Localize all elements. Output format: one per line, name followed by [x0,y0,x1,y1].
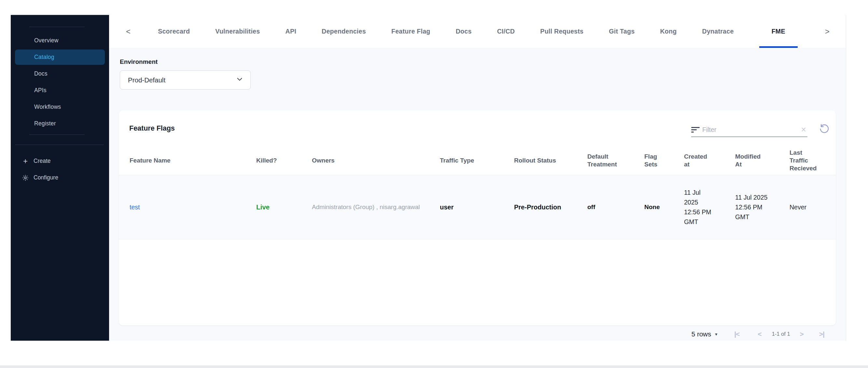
tab-vulnerabilities[interactable]: Vulnerabilities [215,15,260,48]
sidebar-divider-top [29,27,85,27]
rows-per-page-caret-icon[interactable]: ▾ [715,332,717,337]
cell-owners: Administrators (Group) , nisarg.agrawal [312,204,440,211]
bottom-scrollbar-track[interactable] [0,365,868,368]
filter-icon [691,127,702,132]
next-page-icon[interactable]: > [800,330,804,338]
tab-feature-flag[interactable]: Feature Flag [391,15,430,48]
tab-api[interactable]: API [285,15,296,48]
tab-kong[interactable]: Kong [660,15,677,48]
column-header-default-treatment[interactable]: Default Treatment [587,153,644,168]
pagination-bar: 5 rows ▾ |< < 1-1 of 1 > >| [109,327,846,341]
sidebar-create-button[interactable]: + Create [11,153,109,170]
feature-flags-card: Feature Flags × Featur [119,111,836,325]
content-area: < Scorecard Vulnerabilities API Dependen… [109,15,846,341]
sidebar-create-label: Create [34,158,51,164]
cell-last-traffic: Never [789,204,836,211]
sidebar: Overview Catalog Docs APIs Workflows Reg… [11,15,109,341]
cell-killed-status: Live [256,203,312,211]
cell-feature-name[interactable]: test [130,204,256,211]
filter-field: × [691,123,807,137]
tab-docs[interactable]: Docs [456,15,472,48]
tab-dependencies[interactable]: Dependencies [322,15,366,48]
environment-label: Environment [120,58,846,65]
column-header-rollout-status[interactable]: Rollout Status [514,157,587,164]
column-header-feature-name[interactable]: Feature Name [130,157,256,164]
column-header-modified-at[interactable]: Modified At [735,153,789,168]
gear-icon [22,174,29,181]
last-page-icon[interactable]: >| [819,330,825,338]
tab-pull-requests[interactable]: Pull Requests [540,15,584,48]
pagination-range: 1-1 of 1 [772,331,790,337]
cell-default-treatment: off [587,204,644,211]
sidebar-configure-button[interactable]: Configure [11,170,109,186]
environment-select[interactable]: Prod-Default [120,70,251,90]
table-header-row: Feature Name Killed? Owners Traffic Type… [119,146,836,175]
sidebar-item-docs[interactable]: Docs [11,65,109,82]
sidebar-section-divider [15,145,103,145]
tab-bar: < Scorecard Vulnerabilities API Dependen… [109,15,846,48]
tab-scorecard[interactable]: Scorecard [158,15,190,48]
chevron-right-icon[interactable]: > [823,28,832,35]
refresh-icon [819,124,830,135]
card-title: Feature Flags [129,124,175,132]
clear-filter-icon[interactable]: × [801,125,807,134]
tab-dynatrace[interactable]: Dynatrace [702,15,734,48]
cell-flag-sets: None [644,204,684,211]
tab-git-tags[interactable]: Git Tags [609,15,634,48]
sidebar-item-workflows[interactable]: Workflows [11,99,109,115]
cell-modified-at: 11 Jul 2025 12:56 PM GMT [735,192,789,222]
column-header-created-at[interactable]: Created at [684,153,735,168]
sidebar-item-overview[interactable]: Overview [11,32,109,49]
rows-per-page-value[interactable]: 5 rows [691,330,711,338]
tab-fme[interactable]: FME [759,15,798,48]
sidebar-divider-bottom [29,134,85,135]
main-panel: Environment Prod-Default Feature Flags × [109,48,846,341]
column-header-traffic-type[interactable]: Traffic Type [440,157,514,164]
first-page-icon[interactable]: |< [734,330,739,338]
cell-rollout-status: Pre-Production [514,204,587,211]
tab-cicd[interactable]: CI/CD [497,15,515,48]
sidebar-item-catalog[interactable]: Catalog [15,50,105,65]
table-row: test Live Administrators (Group) , nisar… [119,175,836,239]
cell-traffic-type: user [440,204,514,211]
sidebar-configure-label: Configure [34,174,58,181]
sidebar-top-spacer [11,15,109,27]
plus-icon: + [22,157,29,166]
cell-created-at: 11 Jul 2025 12:56 PM GMT [684,188,735,227]
sidebar-item-register[interactable]: Register [11,115,109,132]
column-header-flag-sets[interactable]: Flag Sets [644,153,684,168]
column-header-owners[interactable]: Owners [312,157,440,164]
chevron-down-icon [236,75,243,84]
card-header: Feature Flags × [119,111,836,146]
previous-page-icon[interactable]: < [757,330,761,338]
refresh-button[interactable] [817,122,832,136]
sidebar-nav: Overview Catalog Docs APIs Workflows Reg… [11,32,109,132]
column-header-last-traffic[interactable]: Last Traffic Recieved [789,149,836,172]
column-header-killed[interactable]: Killed? [256,157,312,164]
sidebar-item-apis[interactable]: APIs [11,82,109,99]
environment-selected-value: Prod-Default [128,76,165,84]
chevron-left-icon[interactable]: < [124,28,132,35]
filter-input[interactable] [702,126,801,133]
